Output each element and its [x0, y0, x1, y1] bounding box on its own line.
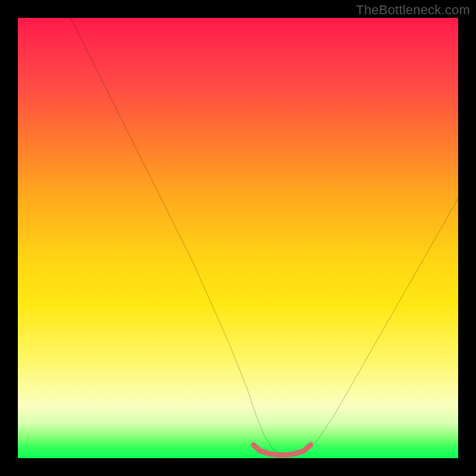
valley-marker	[253, 445, 311, 455]
watermark-text: TheBottleneck.com	[356, 2, 470, 18]
chart-stage: TheBottleneck.com	[0, 0, 476, 476]
chart-svg	[18, 18, 458, 458]
curve-line	[71, 18, 458, 456]
plot-area	[18, 18, 458, 458]
